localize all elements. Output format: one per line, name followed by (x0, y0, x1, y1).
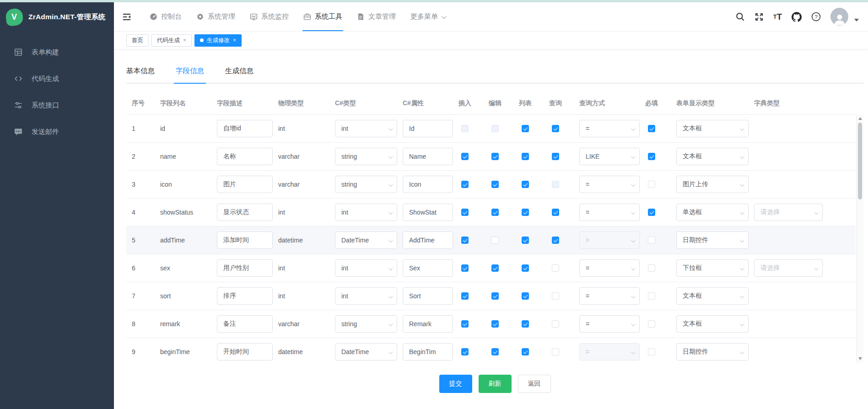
scrollbar-thumb[interactable] (858, 123, 862, 199)
required-checkbox[interactable] (648, 237, 655, 244)
field-desc-input[interactable] (217, 204, 273, 221)
back-button[interactable]: 返回 (518, 375, 551, 393)
panel-tab-1[interactable]: 字段信息 (176, 66, 204, 83)
insert-checkbox[interactable] (461, 181, 469, 188)
query-mode-select[interactable]: = (579, 315, 640, 333)
cs-type-select[interactable]: string (335, 315, 397, 333)
cs-type-select[interactable]: int (335, 287, 397, 305)
query-checkbox[interactable] (552, 320, 559, 328)
cs-type-select[interactable]: DateTime (335, 343, 397, 361)
query-mode-select[interactable]: = (579, 204, 640, 221)
required-checkbox[interactable] (648, 292, 655, 300)
close-icon[interactable]: × (183, 38, 186, 43)
edit-checkbox[interactable] (491, 153, 499, 160)
query-checkbox[interactable] (552, 264, 559, 272)
query-mode-select[interactable]: = (579, 120, 640, 137)
submit-button[interactable]: 提交 (439, 375, 472, 393)
display-type-select[interactable]: 图片上传 (676, 176, 749, 193)
insert-checkbox[interactable] (461, 264, 469, 272)
query-checkbox[interactable] (552, 209, 559, 216)
required-checkbox[interactable] (648, 209, 655, 216)
font-size-icon[interactable]: TT (773, 12, 782, 22)
display-type-select[interactable]: 日期控件 (676, 231, 749, 249)
close-icon[interactable]: × (233, 38, 236, 43)
display-type-select[interactable]: 单选框 (676, 204, 749, 221)
logo-row[interactable]: V ZrAdmin.NET-管理系统 (0, 2, 114, 32)
scroll-up-icon[interactable] (858, 117, 862, 120)
collapse-menu-icon[interactable] (122, 12, 131, 22)
search-icon[interactable] (736, 12, 745, 22)
insert-checkbox[interactable] (461, 292, 469, 300)
display-type-select[interactable]: 文本框 (676, 315, 749, 333)
cs-prop-input[interactable] (403, 343, 453, 361)
query-checkbox[interactable] (552, 292, 559, 300)
cs-type-select[interactable]: int (335, 204, 397, 221)
query-checkbox[interactable] (552, 153, 559, 160)
edit-checkbox[interactable] (491, 237, 499, 244)
list-checkbox[interactable] (522, 153, 529, 160)
display-type-select[interactable]: 文本框 (676, 120, 749, 137)
cs-prop-input[interactable] (403, 315, 453, 333)
cs-prop-input[interactable] (403, 120, 453, 137)
required-checkbox[interactable] (648, 320, 655, 328)
tagbar-tab-0[interactable]: 首页 (126, 34, 149, 47)
display-type-select[interactable]: 文本框 (676, 148, 749, 165)
tagbar-tab-1[interactable]: 代码生成× (151, 34, 192, 47)
list-checkbox[interactable] (522, 125, 529, 132)
refresh-button[interactable]: 刷新 (479, 375, 512, 393)
required-checkbox[interactable] (648, 264, 655, 272)
insert-checkbox[interactable] (461, 348, 469, 355)
list-checkbox[interactable] (522, 237, 529, 244)
query-mode-select[interactable]: LIKE (579, 148, 640, 165)
list-checkbox[interactable] (522, 264, 529, 272)
cs-type-select[interactable]: string (335, 176, 397, 193)
required-checkbox[interactable] (648, 153, 655, 160)
nav-item-toolbox[interactable]: 系统工具 (296, 2, 350, 31)
edit-checkbox[interactable] (491, 264, 499, 272)
cs-prop-input[interactable] (403, 176, 453, 193)
table-scrollbar[interactable] (856, 115, 863, 362)
sidebar-item-code-gen[interactable]: 代码生成 (0, 65, 114, 92)
insert-checkbox[interactable] (461, 209, 469, 216)
nav-item-dashboard[interactable]: 控制台 (142, 2, 189, 31)
cs-type-select[interactable]: DateTime (335, 231, 397, 249)
field-desc-input[interactable] (217, 148, 273, 165)
sidebar-item-form-build[interactable]: 表单构建 (0, 39, 114, 65)
user-avatar[interactable] (830, 8, 848, 26)
display-type-select[interactable]: 下拉框 (676, 259, 749, 277)
query-checkbox[interactable] (552, 237, 559, 244)
sidebar-item-mail[interactable]: 发送邮件 (0, 118, 114, 145)
list-checkbox[interactable] (522, 348, 529, 355)
list-checkbox[interactable] (522, 320, 529, 328)
dict-type-select[interactable]: 请选择 (754, 204, 823, 221)
edit-checkbox[interactable] (491, 320, 499, 328)
dict-type-select[interactable]: 请选择 (754, 259, 823, 277)
field-desc-input[interactable] (217, 231, 273, 249)
query-mode-select[interactable]: = (579, 176, 640, 193)
query-mode-select[interactable]: = (579, 287, 640, 305)
cs-prop-input[interactable] (403, 287, 453, 305)
fullscreen-icon[interactable] (755, 12, 764, 22)
list-checkbox[interactable] (522, 209, 529, 216)
field-desc-input[interactable] (217, 176, 273, 193)
insert-checkbox[interactable] (461, 320, 469, 328)
cs-prop-input[interactable] (403, 204, 453, 221)
field-desc-input[interactable] (217, 120, 273, 137)
nav-item-article[interactable]: 文章管理 (350, 2, 403, 31)
edit-checkbox[interactable] (491, 348, 499, 355)
help-icon[interactable]: ? (811, 12, 821, 22)
display-type-select[interactable]: 日期控件 (676, 343, 749, 361)
nav-item-monitor[interactable]: 系统监控 (243, 2, 296, 31)
cs-type-select[interactable]: string (335, 148, 397, 165)
cs-prop-input[interactable] (403, 259, 453, 277)
nav-item-gear[interactable]: 系统管理 (189, 2, 243, 31)
field-desc-input[interactable] (217, 315, 273, 333)
github-icon[interactable] (792, 12, 802, 22)
field-desc-input[interactable] (217, 343, 273, 361)
cs-type-select[interactable]: int (335, 120, 397, 137)
cs-prop-input[interactable] (403, 148, 453, 165)
required-checkbox[interactable] (648, 125, 655, 132)
required-checkbox[interactable] (648, 181, 655, 188)
panel-tab-2[interactable]: 生成信息 (225, 66, 253, 83)
scroll-down-icon[interactable] (858, 357, 862, 360)
